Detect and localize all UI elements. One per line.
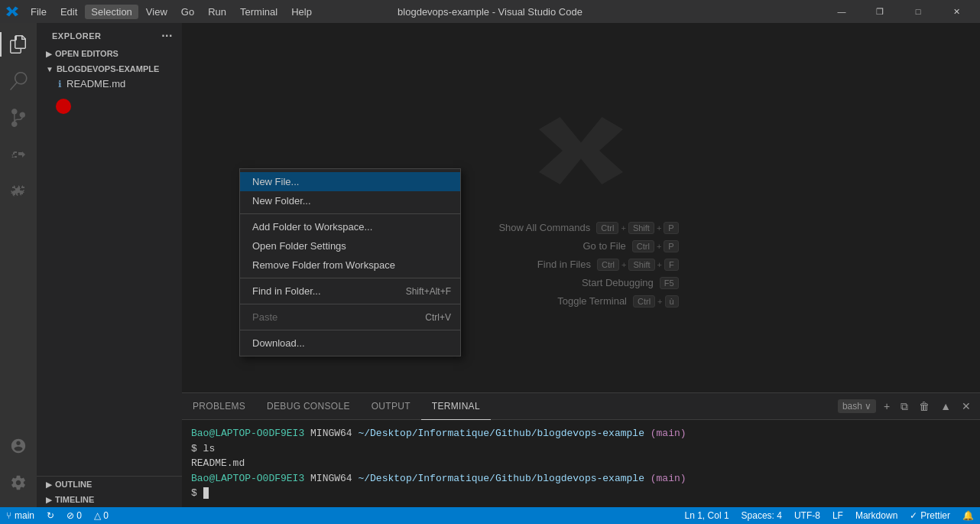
activity-bar [0,23,37,507]
status-bar: ⑂ main ↻ ⊘ 0 △ 0 Ln 1, Col 1 Spaces: 4 U… [0,507,980,524]
terminal-dropdown-icon: ∨ [865,401,871,412]
terminal-kill-icon[interactable]: 🗑 [916,399,933,414]
context-menu-sep3 [240,304,460,304]
menu-view[interactable]: View [140,5,174,19]
panel-tab-debug-console[interactable]: DEBUG CONSOLE [256,393,361,420]
activity-explorer[interactable] [0,26,37,63]
sidebar-section-timeline[interactable]: ▶ TIMELINE [37,492,182,507]
status-branch[interactable]: ⑂ main [0,507,41,524]
spaces-label: Spaces: 4 [741,510,782,521]
vscode-logo-icon [6,5,18,18]
open-editors-arrow: ▶ [46,50,52,58]
file-readme[interactable]: ℹ README.md [37,76,182,91]
title-bar-left: File Edit Selection View Go Run Terminal… [6,5,318,19]
context-menu-new-file-label: New File... [252,176,299,187]
key-shift1: Shift [628,222,654,234]
sync-icon: ↻ [47,510,54,521]
status-eol[interactable]: LF [826,507,849,524]
activity-settings[interactable] [0,464,37,501]
terminal-prompt-ls: $ ls [191,443,215,454]
menu-terminal[interactable]: Terminal [234,5,284,19]
eol-label: LF [832,510,843,521]
sidebar-header: Explorer ··· [37,23,182,46]
activity-source-control[interactable] [0,99,37,136]
key-sep2: + [657,223,661,233]
maximize-button[interactable]: □ [900,0,936,23]
context-menu-open-settings[interactable]: Open Folder Settings [240,236,460,255]
status-spaces[interactable]: Spaces: 4 [735,507,788,524]
key-f5: F5 [660,277,679,289]
panel-maximize-icon[interactable]: ▲ [937,399,954,414]
terminal-user-1: Bao@LAPTOP-O0DF9EI3 [191,428,304,439]
context-menu-open-settings-label: Open Folder Settings [252,240,346,252]
menu-file[interactable]: File [24,5,53,19]
sidebar-section-open-editors[interactable]: ▶ OPEN EDITORS [37,46,182,61]
watermark-logo [483,109,678,193]
panel-tab-problems[interactable]: PROBLEMS [182,393,256,420]
key-ctrl4: Ctrl [633,295,655,308]
panel-close-icon[interactable]: ✕ [959,399,974,414]
language-label: Markdown [855,510,897,521]
title-bar-controls: — ❒ □ ✕ [824,0,974,23]
project-arrow: ▼ [46,65,54,73]
timeline-label: TIMELINE [55,495,94,504]
activity-accounts[interactable] [0,428,37,464]
restore-button[interactable]: ❒ [862,0,897,23]
menu-help[interactable]: Help [285,5,318,19]
key-shift2: Shift [628,259,654,271]
context-menu-sep2 [240,278,460,278]
panel-tabs: PROBLEMS DEBUG CONSOLE OUTPUT TERMINAL b… [182,393,980,420]
activity-run-debug[interactable] [0,136,37,173]
context-menu-download-label: Download... [252,337,305,349]
sidebar-section-project[interactable]: ▼ BLOGDEVOPS-EXAMPLE [37,61,182,76]
window-title: blogdevops-example - Visual Studio Code [398,6,582,18]
status-sync[interactable]: ↻ [41,507,60,524]
status-notifications[interactable]: 🔔 [956,507,980,524]
context-menu-add-folder[interactable]: Add Folder to Workspace... [240,217,460,236]
context-menu-new-file[interactable]: New File... [240,172,460,191]
context-menu-sep1 [240,213,460,214]
status-errors[interactable]: ⊘ 0 [60,507,88,524]
key-ctrl: Ctrl [596,222,618,234]
status-warnings[interactable]: △ 0 [88,507,115,524]
file-icon: ℹ [58,79,62,90]
menu-go[interactable]: Go [175,5,200,19]
warnings-label: △ 0 [94,510,109,521]
terminal-split-icon[interactable]: ⧉ [897,399,911,415]
sidebar-more-icon[interactable]: ··· [161,29,173,43]
key-sep5: + [657,260,662,269]
context-menu-download[interactable]: Download... [240,334,460,353]
panel: PROBLEMS DEBUG CONSOLE OUTPUT TERMINAL b… [182,392,980,507]
red-dot-container [37,91,182,122]
panel-tab-terminal[interactable]: TERMINAL [421,393,491,420]
terminal-content[interactable]: Bao@LAPTOP-O0DF9EI3 MINGW64 ~/Desktop/In… [182,420,980,507]
sidebar: Explorer ··· ▶ OPEN EDITORS ▼ BLOGDEVOPS… [37,23,182,507]
activity-search[interactable] [0,63,37,99]
status-language[interactable]: Markdown [849,507,904,524]
key-f: F [664,259,679,271]
menu-run[interactable]: Run [202,5,232,19]
key-sep6: + [657,297,662,306]
formatter-label: Prettier [920,510,950,521]
status-bar-right: Ln 1, Col 1 Spaces: 4 UTF-8 LF Markdown … [679,507,980,524]
menu-edit[interactable]: Edit [54,5,83,19]
terminal-shell-name: bash [842,401,862,412]
sidebar-section-outline[interactable]: ▶ OUTLINE [37,477,182,492]
panel-tab-output[interactable]: OUTPUT [361,393,421,420]
bell-icon: 🔔 [962,510,974,521]
context-menu-find-folder[interactable]: Find in Folder... Shift+Alt+F [240,282,460,301]
close-button[interactable]: ✕ [939,0,974,23]
context-menu-new-folder[interactable]: New Folder... [240,191,460,210]
menu-selection[interactable]: Selection [85,5,138,19]
minimize-button[interactable]: — [824,0,859,23]
context-menu-remove-folder[interactable]: Remove Folder from Workspace [240,255,460,275]
shortcut-find-files-label: Find in Files [484,259,591,270]
status-encoding[interactable]: UTF-8 [788,507,826,524]
errors-label: ⊘ 0 [67,510,82,521]
status-formatter[interactable]: ✓ Prettier [904,507,956,524]
terminal-add-icon[interactable]: + [881,399,893,414]
context-menu-new-folder-label: New Folder... [252,195,311,207]
title-bar: File Edit Selection View Go Run Terminal… [0,0,980,23]
status-ln-col[interactable]: Ln 1, Col 1 [679,507,735,524]
activity-extensions[interactable] [0,173,37,210]
